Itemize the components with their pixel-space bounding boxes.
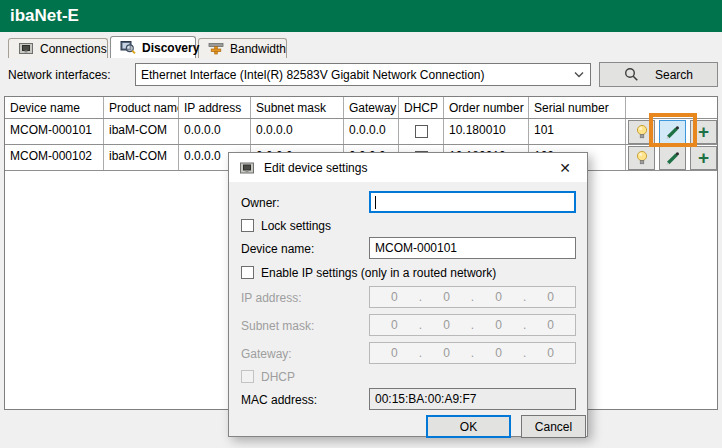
- owner-label: Owner:: [241, 196, 280, 210]
- lock-settings-checkbox[interactable]: [241, 219, 254, 232]
- tab-strip: Connections Discovery Bandwidth: [0, 36, 722, 58]
- mac-address-field: 00:15:BA:00:A9:F7: [369, 388, 576, 410]
- tab-discovery-label: Discovery: [142, 41, 199, 55]
- gateway-input: 0.0.0.0: [369, 342, 576, 364]
- ip-address-label: IP address:: [241, 291, 301, 305]
- table-header-row: Device name Product name IP address Subn…: [5, 97, 717, 119]
- search-button[interactable]: Search: [599, 62, 718, 87]
- table-row: MCOM-000101 ibaM-COM 0.0.0.0 0.0.0.0 0.0…: [5, 119, 717, 145]
- cell-device-name: MCOM-000102: [5, 145, 104, 170]
- cell-subnet-mask: 0.0.0.0: [251, 119, 344, 144]
- column-header-device-name[interactable]: Device name: [5, 97, 104, 118]
- ok-button-label: OK: [460, 420, 477, 434]
- search-button-label: Search: [655, 68, 693, 82]
- ip-octet: 0: [370, 290, 419, 304]
- subnet-octet: 0: [422, 318, 471, 332]
- cell-actions: +: [626, 119, 717, 144]
- column-header-subnet-mask[interactable]: Subnet mask: [251, 97, 344, 118]
- mac-address-label: MAC address:: [241, 393, 317, 407]
- ip-octet: 0: [422, 290, 471, 304]
- tab-connections[interactable]: Connections: [8, 38, 108, 58]
- ip-address-input: 0.0.0.0: [369, 286, 576, 308]
- chevron-down-icon: [574, 71, 584, 79]
- owner-input[interactable]: [369, 191, 576, 213]
- tab-connections-label: Connections: [40, 42, 107, 56]
- subnet-mask-input: 0.0.0.0: [369, 314, 576, 336]
- application-window: ibaNet-E Connections Discovery: [0, 0, 722, 448]
- edit-device-settings-dialog: Edit device settings ✕ Owner: Lock setti…: [228, 152, 588, 437]
- subnet-octet: 0: [526, 318, 575, 332]
- column-header-serial-number[interactable]: Serial number: [529, 97, 626, 118]
- dialog-titlebar[interactable]: Edit device settings ✕: [229, 153, 587, 182]
- edit-button[interactable]: [659, 146, 686, 170]
- ok-button[interactable]: OK: [426, 415, 511, 438]
- rj45-port-icon: [18, 41, 34, 56]
- lock-settings-label: Lock settings: [261, 219, 331, 233]
- column-header-dhcp[interactable]: DHCP: [399, 97, 444, 118]
- dialog-close-button[interactable]: ✕: [549, 153, 581, 182]
- dhcp-checkbox[interactable]: [415, 125, 428, 138]
- dialog-title: Edit device settings: [264, 161, 367, 175]
- subnet-octet: 0: [370, 318, 419, 332]
- cell-device-name: MCOM-000101: [5, 119, 104, 144]
- device-name-input[interactable]: MCOM-000101: [369, 237, 576, 259]
- lightbulb-icon: [635, 124, 649, 140]
- search-icon: [624, 67, 639, 82]
- edit-button[interactable]: [659, 120, 686, 144]
- network-interface-select[interactable]: Ethernet Interface (Intel(R) 82583V Giga…: [135, 63, 591, 86]
- network-interfaces-label: Network interfaces:: [8, 68, 111, 82]
- cancel-button-label: Cancel: [535, 420, 572, 434]
- tab-bandwidth[interactable]: Bandwidth: [198, 38, 287, 58]
- screen-magnifier-icon: [120, 40, 136, 55]
- cell-actions: +: [626, 145, 717, 170]
- device-name-label: Device name:: [241, 242, 314, 256]
- add-button[interactable]: +: [690, 146, 717, 170]
- cell-product-name: ibaM-COM: [104, 145, 179, 170]
- cell-order-number: 10.180010: [444, 119, 529, 144]
- subnet-octet: 0: [474, 318, 523, 332]
- column-header-actions: [626, 97, 717, 118]
- enable-ip-settings-checkbox[interactable]: [241, 266, 254, 279]
- cell-product-name: ibaM-COM: [104, 119, 179, 144]
- dialog-dhcp-label: DHCP: [261, 370, 295, 384]
- gateway-octet: 0: [370, 346, 419, 360]
- gateway-label: Gateway:: [241, 347, 292, 361]
- tab-bandwidth-label: Bandwidth: [230, 42, 286, 56]
- cell-gateway: 0.0.0.0: [344, 119, 399, 144]
- ip-octet: 0: [474, 290, 523, 304]
- column-header-gateway[interactable]: Gateway: [344, 97, 399, 118]
- enable-ip-settings-label: Enable IP settings (only in a routed net…: [261, 266, 496, 280]
- app-title: ibaNet-E: [10, 0, 79, 32]
- ip-octet: 0: [526, 290, 575, 304]
- cancel-button[interactable]: Cancel: [521, 415, 586, 438]
- dialog-dhcp-checkbox: [241, 370, 254, 383]
- column-header-product-name[interactable]: Product name: [104, 97, 179, 118]
- cell-ip-address: 0.0.0.0: [179, 119, 251, 144]
- rj45-port-icon: [239, 161, 255, 175]
- identify-button[interactable]: [628, 120, 655, 144]
- plus-icon: +: [698, 123, 709, 141]
- pencil-icon: [665, 151, 680, 166]
- gateway-octet: 0: [526, 346, 575, 360]
- cell-serial-number: 101: [529, 119, 626, 144]
- column-header-order-number[interactable]: Order number: [444, 97, 529, 118]
- tab-discovery[interactable]: Discovery: [110, 36, 196, 58]
- identify-button[interactable]: [628, 146, 655, 170]
- gateway-octet: 0: [474, 346, 523, 360]
- pencil-icon: [665, 125, 680, 140]
- text-cursor: [375, 196, 376, 209]
- plus-icon: +: [698, 149, 709, 167]
- column-header-ip-address[interactable]: IP address: [179, 97, 251, 118]
- network-interface-value: Ethernet Interface (Intel(R) 82583V Giga…: [141, 68, 485, 82]
- splitter-icon: [208, 41, 224, 56]
- cell-dhcp: [399, 119, 444, 144]
- close-icon: ✕: [559, 160, 571, 176]
- app-header: ibaNet-E: [0, 0, 722, 32]
- add-button[interactable]: +: [690, 120, 717, 144]
- lightbulb-icon: [635, 150, 649, 166]
- gateway-octet: 0: [422, 346, 471, 360]
- subnet-mask-label: Subnet mask:: [241, 319, 314, 333]
